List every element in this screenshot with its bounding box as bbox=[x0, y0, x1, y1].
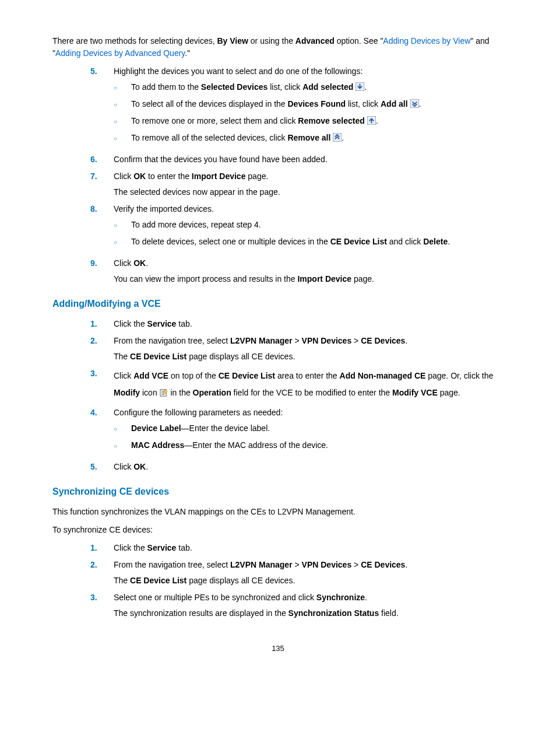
sync-intro: This function synchronizes the VLAN mapp… bbox=[52, 506, 504, 518]
step-7: 7. Click OK to enter the Import Device p… bbox=[52, 170, 504, 198]
modify-icon bbox=[160, 388, 168, 397]
sync-step-2: 2. From the navigation tree, select L2VP… bbox=[52, 559, 504, 587]
step-8a: ○ To add more devices, repeat step 4. bbox=[114, 219, 504, 231]
step-9: 9. Click OK. You can view the import pro… bbox=[52, 257, 504, 285]
link-adding-by-advanced[interactable]: Adding Devices by Advanced Query bbox=[55, 48, 185, 58]
vce-step-3: 3. Click Add VCE on top of the CE Device… bbox=[52, 368, 504, 402]
vce-step-1: 1. Click the Service tab. bbox=[52, 318, 504, 330]
remove-selected-icon bbox=[367, 116, 376, 125]
add-all-icon bbox=[410, 99, 419, 108]
heading-adding-modifying-vce: Adding/Modifying a VCE bbox=[52, 297, 504, 311]
step-5d: ○ To remove all of the selected devices,… bbox=[114, 132, 504, 144]
step-5a: ○ To add them to the Selected Devices li… bbox=[114, 81, 504, 93]
vce-step-2: 2. From the navigation tree, select L2VP… bbox=[52, 335, 504, 363]
link-adding-by-view[interactable]: Adding Devices by View bbox=[383, 36, 470, 46]
sync-lead: To synchronize CE devices: bbox=[52, 524, 504, 536]
page-number: 135 bbox=[52, 643, 504, 654]
remove-all-icon bbox=[333, 133, 342, 142]
intro-paragraph: There are two methods for selecting devi… bbox=[52, 35, 504, 60]
sync-step-3: 3. Select one or multiple PEs to be sync… bbox=[52, 592, 504, 620]
add-selected-icon bbox=[356, 82, 364, 91]
vce-step-4a: ○Device Label—Enter the device label. bbox=[114, 422, 504, 435]
vce-step-4: 4. Configure the following parameters as… bbox=[52, 407, 504, 456]
heading-sync-ce: Synchronizing CE devices bbox=[52, 485, 504, 499]
step-6: 6. Confirm that the devices you have fou… bbox=[52, 153, 504, 166]
vce-step-5: 5. Click OK. bbox=[52, 461, 504, 473]
step-8: 8. Verify the imported devices. ○ To add… bbox=[52, 203, 504, 253]
vce-step-4b: ○MAC Address—Enter the MAC address of th… bbox=[114, 439, 504, 452]
step-5c: ○ To remove one or more, select them and… bbox=[114, 115, 504, 127]
sync-step-1: 1. Click the Service tab. bbox=[52, 542, 504, 554]
step-5: 5. Highlight the devices you want to sel… bbox=[52, 65, 504, 149]
step-5b: ○ To select all of the devices displayed… bbox=[114, 98, 504, 110]
step-8b: ○ To delete devices, select one or multi… bbox=[114, 236, 504, 248]
